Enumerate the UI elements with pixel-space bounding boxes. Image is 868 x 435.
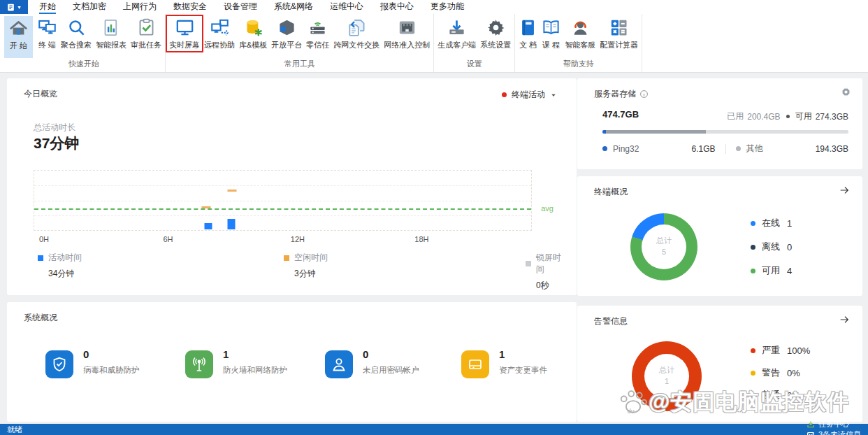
legend-value: 0	[787, 242, 792, 252]
ribbon-item-label: 系统设置	[480, 40, 511, 50]
course-book-icon	[542, 18, 560, 37]
ribbon-item-search[interactable]: 聚合搜索	[59, 16, 94, 51]
system-item-text: 1防火墙和网络防护	[223, 348, 287, 378]
ribbon-group-items: 生成客户端系统设置	[435, 14, 513, 59]
storage-total: 474.7GB	[602, 109, 639, 120]
chevron-down-icon	[550, 92, 557, 99]
filter-label: 终端活动	[512, 89, 545, 101]
gear-icon[interactable]	[841, 87, 851, 97]
menu-tab-系统&网络[interactable]: 系统&网络	[274, 0, 313, 14]
free-label: 可用	[795, 110, 812, 122]
today-overview-card: 今日概览 终端活动 总活动时长 37分钟 avg 0H6H12H18H 活动时间…	[7, 78, 577, 295]
ribbon-item-realtime-screen[interactable]: 实时屏幕	[167, 16, 202, 51]
zero-trust-icon	[308, 18, 327, 37]
system-item-label: 未启用密码帐户	[363, 365, 419, 376]
donut-center-value: 5	[662, 247, 666, 258]
ribbon-item-document-book[interactable]: 文 档	[516, 16, 540, 51]
ribbon-item-label: 跨网文件交换	[333, 40, 379, 50]
ribbon-item-approval-tasks[interactable]: 审批任务	[129, 16, 164, 51]
ribbon-item-label: 审批任务	[131, 40, 161, 50]
legend-value: 0%	[787, 368, 800, 378]
app-menu-button[interactable]: ▼	[0, 0, 28, 14]
ribbon-item-generate-client[interactable]: 生成客户端	[435, 16, 478, 51]
terminal-activity-filter[interactable]: 终端活动	[502, 89, 557, 101]
ribbon-group-items: 文 档课 程智能客服配置计算器	[516, 14, 640, 59]
ribbon-item-library-template[interactable]: 库&模板	[237, 16, 269, 51]
chart-gridline	[34, 215, 531, 216]
system-item-label: 病毒和威胁防护	[83, 365, 140, 376]
menu-tab-文档加密[interactable]: 文档加密	[73, 0, 106, 14]
server-storage-card: 服务器存储 474.7GB 已用 200.4GB 可用 274.3GB Ping…	[577, 78, 862, 169]
ribbon-item-label: 智能报表	[96, 40, 126, 50]
legend-item: 空闲时间3分钟	[284, 252, 328, 280]
system-item-1: 1防火墙和网络防护	[185, 348, 287, 378]
statusbar-messages[interactable]: 3条未读信息	[806, 429, 861, 435]
ribbon-item-smart-service[interactable]: 智能客服	[563, 16, 598, 51]
menu-tab-更多功能[interactable]: 更多功能	[431, 0, 464, 14]
ribbon-group: 实时屏幕远程协助库&模板开放平台零信任跨网文件交换网络准入控制常用工具	[166, 14, 434, 72]
statusbar-task-center[interactable]: 任务中心	[806, 419, 861, 429]
ribbon-item-label: 开 始	[10, 41, 27, 51]
system-item-0: 0病毒和威胁防护	[45, 348, 140, 378]
password-account-icon	[325, 350, 353, 378]
activity-bar	[204, 223, 212, 229]
ribbon-group-items: 实时屏幕远程协助库&模板开放平台零信任跨网文件交换网络准入控制	[167, 14, 432, 59]
storage-usage-summary: 已用 200.4GB 可用 274.3GB	[727, 110, 848, 122]
info-icon[interactable]	[639, 90, 649, 99]
ribbon-item-smart-report[interactable]: 智能报表	[94, 16, 129, 51]
ribbon-item-label: 实时屏幕	[169, 40, 200, 50]
arrow-right-icon[interactable]	[839, 185, 850, 196]
caret-down-icon: ▼	[17, 5, 22, 10]
red-dot-icon	[502, 92, 507, 97]
dot-icon	[751, 245, 755, 250]
ribbon-group: 文 档课 程智能客服配置计算器帮助支持	[515, 14, 642, 72]
terminal-overview-card: 终端概况 总计 5 在线1离线0可用4	[577, 176, 862, 296]
system-item-text: 0未启用密码帐户	[363, 348, 419, 378]
dot-icon	[751, 393, 755, 398]
used-label: 已用	[727, 110, 744, 122]
system-settings-icon	[486, 18, 505, 37]
menu-tab-报表中心[interactable]: 报表中心	[380, 0, 414, 14]
document-book-icon	[519, 18, 537, 37]
terminal-monitors-icon	[38, 18, 57, 37]
legend-item-普通: 普通0%	[751, 389, 810, 401]
donut-center: 总计 5	[642, 224, 686, 269]
network-access-icon	[398, 18, 417, 37]
system-item-count: 1	[223, 348, 287, 360]
system-item-label: 资产变更事件	[499, 365, 547, 376]
menu-tab-开始[interactable]: 开始	[39, 0, 56, 14]
legend-label-row: 锁屏时间	[526, 252, 569, 276]
legend-label: 锁屏时间	[536, 252, 569, 276]
ribbon-group-label: 设置	[435, 59, 513, 71]
arrow-right-icon[interactable]	[839, 314, 850, 325]
ribbon-item-remote-assist[interactable]: 远程协助	[202, 16, 237, 51]
system-item-2: 0未启用密码帐户	[325, 348, 419, 378]
ribbon-group-label: 快速开始	[4, 59, 164, 71]
ribbon-item-open-platform[interactable]: 开放平台	[269, 16, 304, 51]
home-icon	[9, 19, 28, 38]
ribbon-item-label: 开放平台	[271, 40, 302, 50]
x-tick-label: 0H	[39, 235, 49, 243]
ribbon-item-terminal-monitors[interactable]: 终 端	[36, 16, 59, 51]
menu-tab-设备管理[interactable]: 设备管理	[224, 0, 257, 14]
ribbon-item-label: 配置计算器	[600, 40, 638, 50]
ribbon-item-cross-network-exchange[interactable]: 跨网文件交换	[331, 16, 382, 51]
metric-value: 37分钟	[34, 134, 79, 153]
ribbon-group: 生成客户端系统设置设置	[434, 14, 515, 72]
idle-mark	[202, 206, 211, 208]
ribbon-item-course-book[interactable]: 课 程	[540, 16, 563, 51]
dot-icon	[736, 146, 741, 151]
menu-tab-数据安全[interactable]: 数据安全	[173, 0, 207, 14]
chart-x-axis: 0H6H12H18H	[34, 235, 532, 245]
ribbon-item-zero-trust[interactable]: 零信任	[304, 16, 331, 51]
ribbon-item-network-access[interactable]: 网络准入控制	[382, 16, 432, 51]
legend-value: 3分钟	[294, 268, 328, 280]
ribbon-item-home[interactable]: 开 始	[4, 16, 33, 58]
menu-tab-运维中心[interactable]: 运维中心	[330, 0, 363, 14]
ribbon-item-config-calculator[interactable]: 配置计算器	[598, 16, 640, 51]
storage-item: Ping326.1GB	[602, 144, 716, 154]
storage-item-value: 6.1GB	[691, 144, 715, 154]
ribbon-item-system-settings[interactable]: 系统设置	[478, 16, 513, 51]
menu-tab-上网行为[interactable]: 上网行为	[123, 0, 157, 14]
ribbon-item-label: 智能客服	[565, 40, 595, 50]
